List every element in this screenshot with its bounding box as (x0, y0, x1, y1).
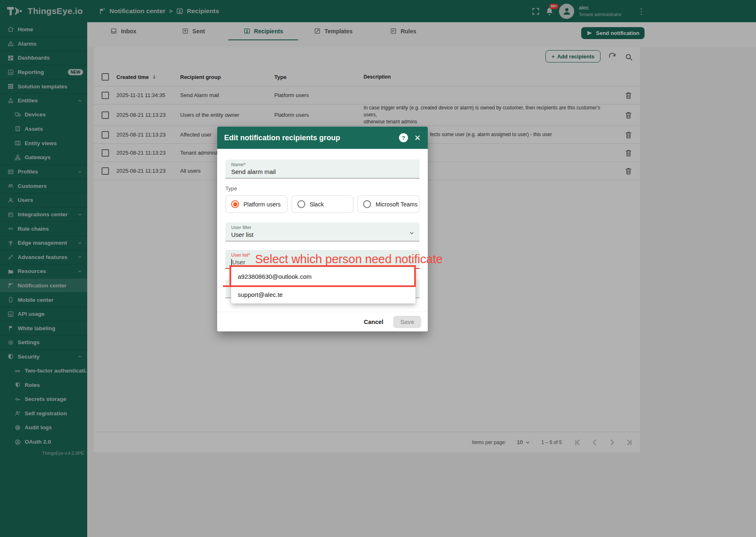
dialog-header: Edit notification recipients group ? ✕ (217, 127, 428, 149)
radio-selected-icon (231, 200, 239, 208)
dropdown-option[interactable]: support@alec.te (231, 285, 415, 303)
dialog-footer: Cancel Save (217, 312, 428, 331)
cancel-button[interactable]: Cancel (360, 316, 388, 328)
type-option-microsoft-teams[interactable]: Microsoft Teams (357, 195, 420, 213)
annotation-text: Select which person need notificate (255, 252, 443, 266)
type-option-platform-users[interactable]: Platform users (225, 195, 288, 213)
name-label: Name* (231, 162, 415, 167)
user-filter-value: User list (231, 231, 415, 238)
dialog-title: Edit notification recipients group (224, 134, 340, 142)
app-root: ThingsEye.io Notification center > Recip… (0, 0, 756, 537)
type-option-slack[interactable]: Slack (292, 195, 354, 213)
name-value: Send alarm mail (231, 168, 415, 175)
type-option-label: Slack (310, 201, 324, 208)
help-icon[interactable]: ? (399, 133, 408, 142)
radio-unselected-icon (363, 200, 371, 208)
type-option-label: Microsoft Teams (376, 201, 417, 208)
chevron-down-icon (409, 230, 415, 236)
type-option-label: Platform users (243, 201, 281, 208)
radio-unselected-icon (297, 200, 305, 208)
type-radio-group: Platform usersSlackMicrosoft Teams (225, 195, 420, 213)
user-filter-label: User filter (231, 225, 415, 230)
type-label: Type (225, 185, 420, 192)
annotation-rectangle (230, 265, 416, 287)
close-icon[interactable]: ✕ (414, 134, 421, 142)
save-button[interactable]: Save (393, 316, 421, 328)
text-cursor (231, 259, 232, 265)
user-filter-select[interactable]: User filter User list (225, 222, 420, 241)
name-field[interactable]: Name* Send alarm mail (225, 160, 420, 178)
